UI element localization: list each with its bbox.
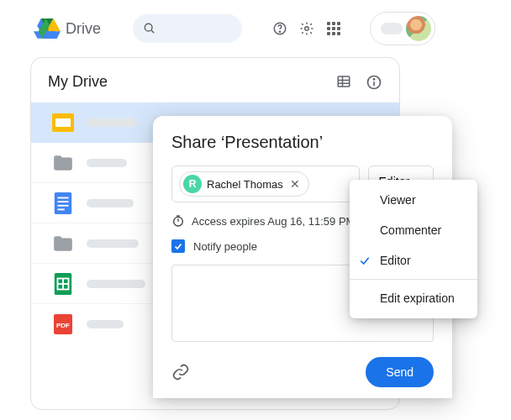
settings-icon[interactable] [299,21,314,36]
menu-item-label: Edit expiration [380,291,455,305]
person-name: Rachel Thomas [207,178,283,191]
role-option-commenter[interactable]: Commenter [350,215,477,245]
person-chip[interactable]: R Rachel Thomas ✕ [179,171,309,197]
notify-checkbox[interactable] [171,239,185,253]
docs-icon [51,194,75,213]
file-name-placeholder [87,280,145,288]
svg-point-16 [305,27,309,31]
file-name-placeholder [87,320,124,328]
timer-icon [171,214,185,228]
product-name: Drive [66,20,101,38]
svg-rect-30 [58,208,65,210]
role-option-viewer[interactable]: Viewer [350,185,477,215]
help-icon[interactable] [272,21,287,36]
edit-expiration-option[interactable]: Edit expiration [350,283,477,313]
role-option-editor[interactable]: Editor [350,245,477,276]
person-avatar: R [183,175,202,193]
copy-link-icon[interactable] [171,363,190,381]
svg-text:PDF: PDF [56,322,70,329]
folder-icon [51,234,75,253]
search-input[interactable] [133,14,242,43]
svg-point-12 [145,24,152,31]
slides-icon [51,113,75,132]
role-menu: Viewer Commenter Editor Edit expiration [350,180,477,318]
svg-point-37 [174,217,183,226]
role-option-label: Viewer [380,193,416,207]
share-title: Share ‘Presentation’ [171,133,434,152]
svg-rect-28 [58,201,69,202]
menu-divider [350,279,477,280]
notify-label: Notify people [193,240,257,253]
svg-rect-26 [55,192,71,214]
folder-icon [51,154,75,172]
role-option-label: Editor [380,254,411,267]
file-name-placeholder [87,239,139,248]
people-input[interactable]: R Rachel Thomas ✕ [171,165,360,202]
top-icons [272,21,341,36]
svg-rect-25 [55,118,71,127]
file-name-placeholder [87,118,137,127]
svg-point-15 [279,31,280,32]
pdf-icon: PDF [51,315,75,333]
sheets-icon [51,275,75,293]
svg-rect-29 [58,204,69,206]
account-label-placeholder [381,23,403,34]
account-chip[interactable] [370,12,435,45]
svg-rect-27 [58,197,69,198]
view-list-icon[interactable] [335,74,352,89]
search-icon [143,22,156,35]
expires-text: Access expires Aug 16, 11:59 PM [192,215,355,228]
drive-icon [39,18,61,39]
file-name-placeholder [87,199,134,207]
page-title: My Drive [48,73,108,91]
role-option-label: Commenter [380,223,441,237]
svg-rect-17 [338,76,350,87]
apps-icon[interactable] [326,21,341,36]
check-icon [358,254,371,267]
info-icon[interactable] [366,74,382,91]
top-bar: Drive [0,0,511,52]
svg-line-13 [151,30,154,33]
file-name-placeholder [87,159,127,167]
drive-header: My Drive [31,73,399,102]
remove-person-icon[interactable]: ✕ [288,177,302,191]
svg-point-23 [373,78,374,79]
drive-logo[interactable]: Drive [34,18,101,39]
send-button[interactable]: Send [366,357,434,387]
avatar [406,16,431,41]
